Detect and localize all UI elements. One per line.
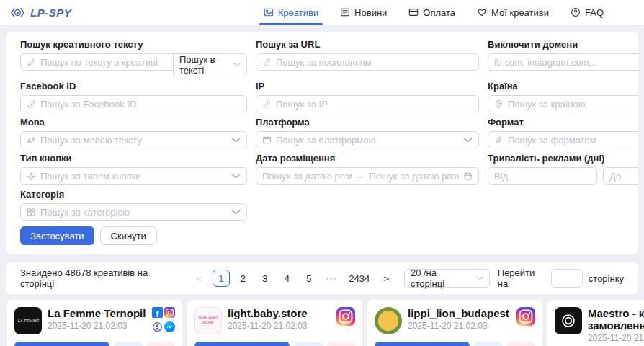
date-from-input[interactable] xyxy=(262,171,352,182)
card-title: La Femme Ternopil xyxy=(48,307,146,319)
field-label: Категорія xyxy=(20,189,247,200)
duration-from-wrap xyxy=(488,167,597,185)
page-size-select[interactable]: 20 /на сторінці xyxy=(404,269,490,288)
page-button-5[interactable]: 5 xyxy=(300,270,318,287)
exclude-domains-input[interactable] xyxy=(494,57,638,68)
reset-button[interactable]: Скинути xyxy=(100,226,157,245)
audience-network-icon xyxy=(152,321,163,332)
credit-card-icon xyxy=(408,7,419,17)
chevron-down-icon xyxy=(233,63,241,67)
gear-icon xyxy=(27,172,36,181)
language-input[interactable] xyxy=(40,135,227,146)
field-label: Пошук креативного тексту xyxy=(20,39,247,50)
view-button[interactable] xyxy=(114,342,143,346)
creative-card[interactable]: LA FEMME La Femme Ternopil 2025-11-20 21… xyxy=(7,300,182,346)
page-button-2[interactable]: 2 xyxy=(235,270,252,287)
nav-item-my-creatives[interactable]: Мої креативи xyxy=(477,0,549,25)
app-logo[interactable]: LP-SPY xyxy=(9,6,71,19)
favorite-button[interactable] xyxy=(147,342,176,346)
card-date: 2025-11-20 21:02:03 xyxy=(588,333,644,343)
days-active-button[interactable]: 3 days xyxy=(194,342,290,346)
goto-page-group: Перейти на сторінку xyxy=(498,267,624,289)
next-page-button[interactable]: > xyxy=(377,270,395,287)
nav-item-creatives[interactable]: Креативи xyxy=(264,0,318,25)
favorite-button[interactable] xyxy=(327,342,356,346)
duration-to-input[interactable] xyxy=(609,171,638,182)
platform-select[interactable] xyxy=(256,131,479,148)
text-search-mode-select[interactable]: Пошук в тексті xyxy=(173,53,247,76)
duration-to-wrap xyxy=(603,167,638,185)
chevron-down-icon xyxy=(231,208,241,217)
question-icon xyxy=(571,7,581,17)
goto-page-input[interactable] xyxy=(551,269,583,288)
view-button[interactable] xyxy=(294,342,323,346)
field-format: Формат xyxy=(488,117,638,148)
page-button-3[interactable]: 3 xyxy=(256,270,274,287)
favorite-button[interactable] xyxy=(507,342,536,346)
field-button-type: Тип кнопки xyxy=(20,153,247,185)
field-label: Формат xyxy=(488,117,638,128)
field-language: Мова xyxy=(20,117,247,148)
category-input[interactable] xyxy=(40,207,227,218)
duration-from-input[interactable] xyxy=(494,171,591,182)
card-date: 2025-11-20 21:02:03 xyxy=(228,321,331,331)
field-duration: Тривалість реклами (дні) xyxy=(488,153,638,185)
country-input[interactable] xyxy=(508,99,638,110)
creative-text-input[interactable] xyxy=(40,57,167,68)
results-count: Знайдено 48678 креативів на сторінці xyxy=(20,267,181,289)
days-active-button[interactable]: 3 days xyxy=(14,342,109,346)
creative-text-input-wrap xyxy=(20,53,174,71)
link-icon xyxy=(262,58,272,67)
field-label: Дата розміщення xyxy=(256,153,479,164)
grid-icon xyxy=(27,208,36,217)
lion-avatar xyxy=(375,307,402,334)
date-to-input[interactable] xyxy=(370,171,460,182)
results-bar: Знайдено 48678 креативів на сторінці < 1… xyxy=(6,262,638,294)
apply-button[interactable]: Застосувати xyxy=(20,226,94,245)
platform-input[interactable] xyxy=(276,135,459,146)
creative-card[interactable]: LIGHT.BABY STORE light.baby.store 2025-1… xyxy=(187,300,362,346)
language-select[interactable] xyxy=(20,131,247,148)
facebook-icon: f xyxy=(152,307,163,318)
card-date: 2025-11-20 21:02:03 xyxy=(408,321,511,331)
facebook-id-input-wrap xyxy=(20,95,247,112)
browser-window-icon xyxy=(262,136,272,145)
ip-input[interactable] xyxy=(276,99,473,110)
nav-item-news[interactable]: Новини xyxy=(340,0,387,25)
heart-icon xyxy=(477,7,487,17)
category-select[interactable] xyxy=(20,203,247,221)
url-input[interactable] xyxy=(276,57,473,68)
nav-label: Мої креативи xyxy=(491,7,549,18)
date-range-picker[interactable]: → xyxy=(256,167,479,185)
card-date: 2025-11-20 21:02:03 xyxy=(48,321,146,331)
card-title: lippi_lion_budapest xyxy=(408,307,511,319)
creative-card[interactable]: Maestro - кухні, ме замовлення в Ужг 202… xyxy=(547,300,644,346)
button-type-input[interactable] xyxy=(40,171,227,182)
calendar-icon xyxy=(463,172,473,181)
view-button[interactable] xyxy=(474,342,503,346)
creative-card[interactable]: lippi_lion_budapest 2025-11-20 21:02:03 … xyxy=(367,300,542,346)
nav-item-payment[interactable]: Оплата xyxy=(408,0,455,25)
field-label: Тривалість реклами (дні) xyxy=(488,153,638,164)
days-active-button[interactable]: 0 days xyxy=(375,342,470,346)
field-country: Країна xyxy=(488,81,638,112)
page-ellipsis[interactable]: ••• xyxy=(323,275,341,283)
nav-label: Новини xyxy=(354,7,387,18)
instagram-icon xyxy=(516,307,535,326)
instagram-icon xyxy=(336,307,355,326)
field-exclude-domains: Виключити домени xyxy=(488,39,638,76)
format-input[interactable] xyxy=(508,135,638,146)
field-platform: Платформа xyxy=(256,117,479,148)
nav-label: Оплата xyxy=(423,7,455,18)
nav-item-faq[interactable]: FAQ xyxy=(571,0,604,25)
exclude-domains-input-wrap xyxy=(488,53,638,71)
page-button-1[interactable]: 1 xyxy=(213,270,230,287)
prev-page-button[interactable]: < xyxy=(190,270,207,287)
button-type-select[interactable] xyxy=(20,167,247,185)
field-label: Виключити домени xyxy=(488,39,638,50)
page-button-4[interactable]: 4 xyxy=(279,270,296,287)
link-icon xyxy=(27,99,36,109)
facebook-id-input[interactable] xyxy=(40,99,241,110)
avatar xyxy=(555,307,582,334)
page-button-last[interactable]: 2434 xyxy=(346,270,372,287)
